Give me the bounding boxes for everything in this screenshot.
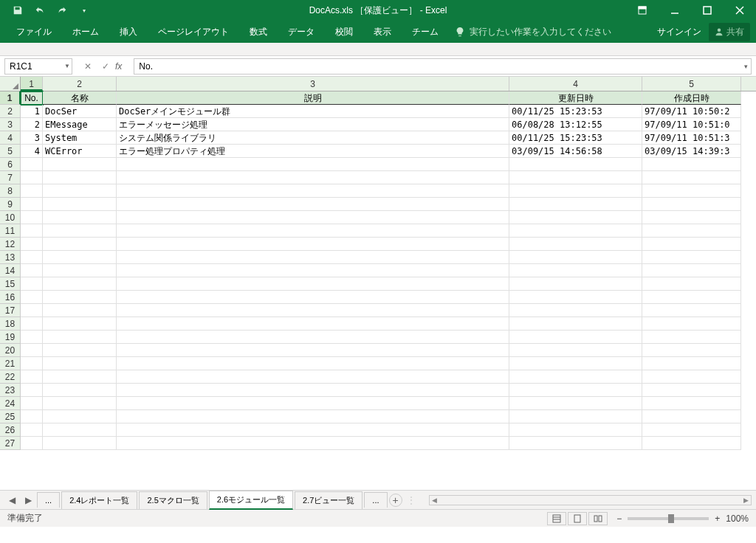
redo-icon[interactable] — [52, 1, 72, 19]
cell[interactable] — [43, 370, 117, 384]
cell[interactable] — [509, 158, 642, 171]
cell[interactable] — [21, 291, 43, 304]
cell[interactable] — [509, 224, 642, 238]
formula-input[interactable]: No. ▾ — [134, 58, 752, 75]
row-header[interactable]: 14 — [0, 264, 21, 277]
cell[interactable] — [21, 238, 43, 251]
cell[interactable] — [117, 251, 509, 264]
sheet-tab[interactable]: 2.6モジュール一覧 — [209, 491, 293, 510]
cell[interactable]: 97/09/11 10:51:3 — [642, 131, 741, 145]
cell[interactable] — [21, 211, 43, 224]
horizontal-scrollbar[interactable]: ◀ ▶ — [429, 495, 752, 505]
cell[interactable] — [43, 211, 117, 224]
row-header[interactable]: 2 — [0, 105, 21, 118]
cell[interactable]: 4 — [21, 145, 43, 158]
row-header[interactable]: 19 — [0, 331, 21, 344]
cell[interactable] — [21, 410, 43, 423]
cell[interactable] — [43, 158, 117, 171]
cell[interactable] — [642, 410, 741, 423]
cell[interactable]: 00/11/25 15:23:53 — [509, 105, 642, 118]
cell[interactable] — [43, 344, 117, 357]
cell[interactable] — [509, 331, 642, 344]
cell[interactable] — [642, 357, 741, 370]
row-header[interactable]: 11 — [0, 224, 21, 238]
cell[interactable]: システム関係ライブラリ — [117, 131, 509, 145]
cell[interactable] — [117, 317, 509, 331]
cell[interactable] — [509, 251, 642, 264]
chevron-down-icon[interactable]: ▼ — [64, 63, 70, 69]
cell[interactable] — [117, 384, 509, 397]
cell[interactable] — [43, 264, 117, 277]
accept-formula-icon[interactable]: ✓ — [97, 58, 114, 75]
undo-icon[interactable] — [30, 1, 50, 19]
cell[interactable] — [43, 423, 117, 437]
scroll-right-icon[interactable]: ▶ — [740, 497, 751, 504]
col-header[interactable]: 2 — [43, 77, 117, 91]
cell[interactable]: 97/09/11 10:50:2 — [642, 105, 741, 118]
cell[interactable]: エラー処理プロパティ処理 — [117, 145, 509, 158]
sheet-tab[interactable]: 2.5マクロ一覧 — [139, 491, 207, 509]
tab-team[interactable]: チーム — [402, 21, 449, 43]
cell[interactable] — [642, 291, 741, 304]
cell[interactable] — [43, 331, 117, 344]
row-header[interactable]: 22 — [0, 370, 21, 384]
cell[interactable] — [642, 437, 741, 450]
cell[interactable]: 00/11/25 15:23:53 — [509, 131, 642, 145]
row-header[interactable]: 4 — [0, 131, 21, 145]
row-header[interactable]: 9 — [0, 198, 21, 211]
tab-data[interactable]: データ — [278, 21, 325, 43]
ribbon-options-icon[interactable] — [626, 0, 659, 21]
cell[interactable] — [509, 291, 642, 304]
cell[interactable] — [21, 344, 43, 357]
minimize-icon[interactable] — [659, 0, 691, 21]
row-header[interactable]: 5 — [0, 145, 21, 158]
cell[interactable] — [509, 384, 642, 397]
cell[interactable] — [43, 277, 117, 291]
row-header[interactable]: 6 — [0, 158, 21, 171]
cell[interactable] — [21, 198, 43, 211]
row-header[interactable]: 27 — [0, 437, 21, 450]
cell[interactable] — [21, 397, 43, 410]
sheet-nav-prev-icon[interactable]: ◀ — [4, 493, 19, 508]
cell[interactable] — [21, 370, 43, 384]
tab-file[interactable]: ファイル — [6, 21, 62, 43]
sheet-nav-next-icon[interactable]: ▶ — [21, 493, 35, 508]
cell[interactable] — [21, 357, 43, 370]
cell[interactable]: 更新日時 — [509, 91, 642, 105]
cell[interactable] — [21, 171, 43, 184]
row-header[interactable]: 21 — [0, 357, 21, 370]
col-header[interactable]: 1 — [21, 77, 43, 91]
cell[interactable] — [509, 264, 642, 277]
cell[interactable] — [117, 184, 509, 198]
cell[interactable] — [117, 304, 509, 317]
save-icon[interactable] — [7, 1, 28, 19]
tab-pagelayout[interactable]: ページレイアウト — [148, 21, 239, 43]
cell[interactable] — [509, 211, 642, 224]
zoom-slider[interactable] — [628, 517, 709, 520]
cell[interactable] — [642, 264, 741, 277]
cell[interactable] — [117, 198, 509, 211]
col-header[interactable]: 5 — [642, 77, 741, 91]
sheet-tab-more-left[interactable]: ... — [37, 492, 60, 508]
fx-icon[interactable]: fx — [115, 61, 122, 72]
cell[interactable] — [117, 158, 509, 171]
cell[interactable] — [642, 344, 741, 357]
scroll-left-icon[interactable]: ◀ — [430, 497, 440, 504]
row-header[interactable]: 20 — [0, 344, 21, 357]
row-header[interactable]: 26 — [0, 423, 21, 437]
row-header[interactable]: 15 — [0, 277, 21, 291]
tab-view[interactable]: 表示 — [363, 21, 402, 43]
cell[interactable] — [21, 331, 43, 344]
cell[interactable] — [642, 370, 741, 384]
cell[interactable] — [509, 410, 642, 423]
cell[interactable] — [43, 251, 117, 264]
signin-link[interactable]: サインイン — [657, 26, 701, 38]
row-header[interactable]: 8 — [0, 184, 21, 198]
cell[interactable] — [642, 317, 741, 331]
cell[interactable] — [117, 211, 509, 224]
cell[interactable] — [117, 357, 509, 370]
cell[interactable] — [117, 423, 509, 437]
qat-customize-icon[interactable]: ▾ — [74, 1, 94, 19]
cell[interactable] — [509, 238, 642, 251]
cell[interactable] — [21, 224, 43, 238]
